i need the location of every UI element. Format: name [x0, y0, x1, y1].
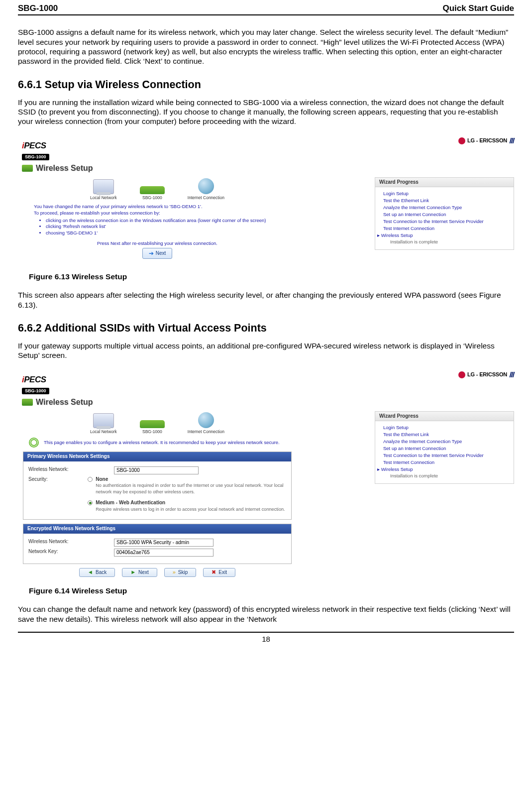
encrypted-wireless-settings: Encrypted Wireless Network Settings Wire… — [23, 524, 292, 564]
wizard-progress-title: Wizard Progress — [375, 178, 514, 188]
back-button[interactable]: ◄Back — [79, 568, 115, 577]
help-bullet-2: clicking 'Refresh network list' — [46, 224, 281, 230]
radio-off-icon — [88, 477, 93, 482]
radio-none-title: None — [96, 476, 286, 483]
fig614-description-row: This page enables you to configure a wir… — [29, 438, 286, 448]
security-label: Security: — [28, 476, 82, 483]
lg-ericsson-text: LG - ERICSSON — [467, 371, 507, 378]
topology-row: Local Network SBG-1000 Internet Connecti… — [22, 178, 293, 201]
wizard-item: Test Internet Connection — [383, 459, 509, 466]
wireless-setup-title: Wireless Setup — [36, 163, 93, 173]
wizard-item: Test the Ethernet Link — [383, 197, 509, 204]
wizard-item-sub: Installation is complete — [383, 238, 509, 245]
page-number: 18 — [18, 633, 514, 650]
wizard-item: Set up an Internet Connection — [383, 211, 509, 218]
wireless-network-input[interactable] — [114, 466, 199, 474]
wifi-rings-icon — [29, 438, 39, 448]
skip-icon: » — [173, 569, 176, 575]
wizard-progress-title: Wizard Progress — [375, 412, 514, 422]
radio-none-desc: No authentication is required in order t… — [96, 483, 283, 494]
lg-circle-icon — [458, 371, 465, 378]
router-small-icon — [22, 399, 33, 406]
intro-paragraph: SBG-1000 assigns a default name for its … — [18, 27, 514, 66]
wizard-item: Test the Ethernet Link — [383, 431, 509, 438]
arrow-right-icon: ► — [130, 569, 136, 575]
exit-button[interactable]: ✖Exit — [203, 568, 235, 577]
globe-icon — [198, 178, 214, 194]
primary-wireless-settings: Primary Wireless Network Settings Wirele… — [23, 452, 292, 520]
topo-local-label: Local Network — [90, 429, 117, 435]
wireless-setup-title-row: Wireless Setup — [22, 397, 293, 407]
router-small-icon — [22, 165, 33, 172]
page-header: SBG-1000 Quick Start Guide — [18, 0, 514, 15]
section-661-para: If you are running the installation wiza… — [18, 98, 514, 126]
section-662-heading: 6.6.2 Additional SSIDs with Virtual Acce… — [18, 322, 514, 335]
network-key-input[interactable] — [114, 549, 213, 557]
wizard-item-current: Wireless Setup — [383, 466, 509, 473]
wireless-setup-title-row: Wireless Setup — [22, 163, 293, 173]
mid-paragraph: This screen also appears after selecting… — [18, 290, 514, 310]
ericsson-bars-icon — [510, 138, 514, 143]
wizard-item: Analyze the Internet Connection Type — [383, 438, 509, 445]
wizard-item: Login Setup — [383, 424, 509, 431]
topo-sbg-label: SBG-1000 — [140, 195, 165, 201]
network-key-label: Network Key: — [28, 549, 108, 555]
pc-icon — [93, 179, 114, 194]
security-radio-none[interactable]: None No authentication is required in or… — [88, 476, 286, 495]
enc-wireless-network-input[interactable] — [114, 539, 213, 547]
header-right: Quick Start Guide — [442, 3, 514, 13]
ericsson-bars-icon — [510, 372, 514, 377]
topo-internet-label: Internet Connection — [188, 195, 224, 201]
help-line2: To proceed, please re-establish your wir… — [34, 210, 281, 217]
exit-icon: ✖ — [212, 569, 216, 575]
radio-medium-title: Medium - Web Authentication — [96, 500, 285, 506]
wireless-setup-title: Wireless Setup — [36, 397, 93, 407]
topo-sbg-label: SBG-1000 — [140, 429, 165, 435]
figure-613-caption: Figure 6.13 Wireless Setup — [29, 272, 514, 281]
lg-circle-icon — [458, 137, 465, 144]
arrow-right-icon: ➔ — [149, 249, 154, 257]
pc-icon — [93, 413, 114, 428]
section-661-heading: 6.6.1 Setup via Wireless Connection — [18, 78, 514, 92]
skip-button[interactable]: »Skip — [164, 568, 197, 577]
globe-icon — [198, 412, 214, 428]
ipecs-logo: iPECS SBG-1000 — [22, 140, 49, 161]
wizard-progress-box: Wizard Progress Login Setup Test the Eth… — [375, 177, 514, 250]
figure-613-panel: iPECS SBG-1000 Wireless Setup Local Netw… — [18, 137, 514, 267]
topo-local-label: Local Network — [90, 195, 117, 201]
lg-ericsson-logo: LG - ERICSSON — [458, 137, 514, 144]
next-button[interactable]: ➔ Next — [142, 248, 173, 259]
wizard-item-current: Wireless Setup — [383, 232, 509, 239]
help-press-line: Press Next after re-establishing your wi… — [34, 240, 281, 247]
fig614-description: This page enables you to configure a wir… — [44, 440, 280, 446]
closing-paragraph: You can change the default name and netw… — [18, 604, 514, 624]
help-line1: You have changed the name of your primar… — [34, 204, 281, 210]
sbg-badge: SBG-1000 — [22, 154, 49, 160]
topology-row: Local Network SBG-1000 Internet Connecti… — [22, 412, 293, 435]
wireless-network-label: Wireless Network: — [28, 466, 108, 473]
next-button-label: Next — [156, 250, 166, 257]
lg-ericsson-text: LG - ERICSSON — [467, 137, 507, 144]
wizard-item-sub: Installation is complete — [383, 472, 509, 479]
next-button[interactable]: ►Next — [122, 568, 157, 577]
figure-614-panel: iPECS SBG-1000 Wireless Setup Local Netw… — [18, 371, 514, 581]
encrypted-settings-head: Encrypted Wireless Network Settings — [23, 524, 291, 534]
wizard-item: Test Connection to the Internet Service … — [383, 452, 509, 459]
primary-settings-head: Primary Wireless Network Settings — [23, 452, 291, 461]
wizard-item: Test Internet Connection — [383, 225, 509, 232]
topo-internet-label: Internet Connection — [188, 429, 224, 435]
wizard-progress-box: Wizard Progress Login Setup Test the Eth… — [375, 411, 514, 484]
wizard-item: Set up an Internet Connection — [383, 445, 509, 452]
arrow-left-icon: ◄ — [88, 569, 93, 575]
radio-medium-desc: Require wireless users to log in in orde… — [96, 507, 285, 512]
figure-614-caption: Figure 6.14 Wireless Setup — [29, 586, 514, 595]
help-bullet-3: choosing 'SBG-DEMO 1' — [46, 230, 281, 236]
help-bullet-1: clicking on the wireless connection icon… — [46, 218, 281, 224]
router-icon — [140, 186, 165, 194]
wizard-item: Test Connection to the Internet Service … — [383, 218, 509, 225]
security-radio-medium[interactable]: Medium - Web Authentication Require wire… — [88, 500, 286, 512]
section-662-para: If your gateway supports multiple virtua… — [18, 341, 514, 360]
lg-ericsson-logo: LG - ERICSSON — [458, 371, 514, 378]
radio-on-icon — [88, 500, 93, 505]
wizard-button-row: ◄Back ►Next »Skip ✖Exit — [22, 568, 293, 577]
